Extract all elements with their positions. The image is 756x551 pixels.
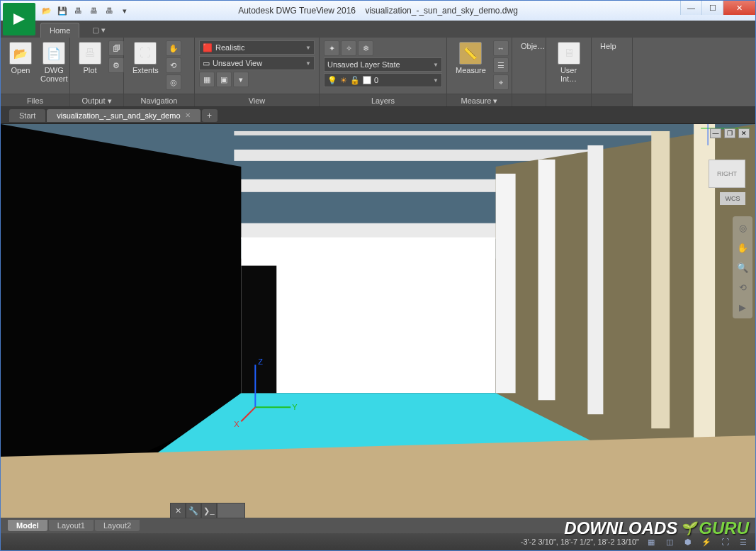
folder-open-icon: 📂 <box>9 42 32 65</box>
tab-overflow[interactable]: ▢ ▾ <box>85 23 113 38</box>
pan-hand-icon[interactable]: ✋ <box>735 240 750 255</box>
window-buttons: — ☐ ✕ <box>680 1 755 15</box>
viewport-config-icon[interactable]: ▣ <box>216 72 232 87</box>
layer-freeze-icon[interactable]: ❄ <box>358 40 373 56</box>
panel-label-ui <box>546 94 591 106</box>
ruler-icon: 📏 <box>459 42 482 65</box>
ribbon: 📂 Open 📄 DWG Convert Files 🖶 Plot 🗐 ⚙ <box>1 38 755 107</box>
steering-wheel-icon[interactable]: ◎ <box>735 221 750 235</box>
tab-model[interactable]: Model <box>8 520 47 531</box>
visual-style-icon: 🟥 <box>203 43 213 52</box>
cmd-settings-icon[interactable]: 🔧 <box>186 503 201 518</box>
command-input[interactable] <box>217 503 245 518</box>
viewport-3d[interactable]: Z Y X — ❐ ✕ RIGHT WCS ◎ ✋ 🔍 ⟲ ▶ <box>1 124 755 518</box>
svg-rect-15 <box>241 266 276 394</box>
leaf-icon: 🌱 <box>680 521 696 536</box>
measure-button[interactable]: 📏 Measure <box>451 40 490 76</box>
minimize-button[interactable]: — <box>680 1 701 15</box>
panel-help: Help <box>592 38 633 106</box>
viewport-window-controls: — ❐ ✕ <box>710 128 750 138</box>
batch-plot-icon[interactable]: 🗐 <box>108 40 124 56</box>
quick-access-toolbar: 📂 💾 🖶 🖶 🖶 ▾ <box>40 4 131 17</box>
zoom-icon[interactable]: 🔍 <box>735 260 750 274</box>
watermark: DOWNLOADS 🌱 GURU <box>564 518 749 538</box>
open-button[interactable]: 📂 Open <box>5 40 36 76</box>
distance-icon[interactable]: ↔ <box>493 40 509 56</box>
layer-state-dropdown[interactable]: Unsaved Layer State ▼ <box>324 57 442 72</box>
panel-label-navigation: Navigation <box>124 94 194 106</box>
qat-dropdown-icon[interactable]: ▾ <box>118 4 131 17</box>
svg-rect-9 <box>538 160 555 400</box>
cmd-close-icon[interactable]: ✕ <box>170 503 186 518</box>
close-tab-icon[interactable]: ✕ <box>185 111 191 119</box>
plot-preview-icon[interactable]: 🖶 <box>87 4 100 17</box>
svg-rect-10 <box>587 145 603 414</box>
vp-close-icon[interactable]: ✕ <box>738 128 750 138</box>
view-manager-icon[interactable]: ▦ <box>199 72 215 87</box>
panel-label-measure[interactable]: Measure ▾ <box>447 94 512 106</box>
dwg-convert-button[interactable]: 📄 DWG Convert <box>36 40 72 84</box>
save-icon[interactable]: 💾 <box>56 4 69 17</box>
dwg-convert-icon: 📄 <box>43 42 65 65</box>
steering-wheel-icon[interactable]: ◎ <box>166 74 181 90</box>
printer-icon: 🖶 <box>79 42 101 65</box>
visual-style-dropdown[interactable]: 🟥Realistic ▼ <box>199 40 315 55</box>
panel-ui: 🖥 User Int… <box>546 38 592 106</box>
new-tab-button[interactable]: + <box>202 109 218 122</box>
orbit-nav-icon[interactable]: ⟲ <box>735 280 750 294</box>
plot-button[interactable]: 🖶 Plot <box>74 40 106 76</box>
print-icon[interactable]: 🖶 <box>72 4 84 17</box>
panel-files: 📂 Open 📄 DWG Convert Files <box>1 38 70 106</box>
sun-icon: ☀ <box>340 76 347 85</box>
id-point-icon[interactable]: ⌖ <box>493 74 509 90</box>
chevron-down-icon: ▼ <box>305 45 311 51</box>
cmd-prompt-icon[interactable]: ❯_ <box>201 503 217 518</box>
close-button[interactable]: ✕ <box>723 1 755 15</box>
svg-text:Y: Y <box>292 403 298 411</box>
view-icon: ▭ <box>203 59 210 68</box>
coordinates-readout: -3'-2 3/10", 18'-7 1/2", 18'-2 13/10" <box>521 538 639 546</box>
publish-icon[interactable]: 🖶 <box>103 4 115 17</box>
panel-navigation: ⛶ Extents ✋ ⟲ ◎ Navigation <box>124 38 195 106</box>
help-button[interactable]: Help <box>596 40 621 52</box>
tab-start[interactable]: Start <box>9 109 45 122</box>
layer-state-icon[interactable]: ✦ <box>324 40 339 56</box>
vp-minimize-icon[interactable]: — <box>710 128 721 138</box>
wcs-indicator[interactable]: WCS <box>720 192 745 205</box>
named-view-dropdown[interactable]: ▭Unsaved View ▼ <box>199 56 315 70</box>
current-layer-dropdown[interactable]: 💡 ☀ 🔓 0 ▼ <box>324 73 442 87</box>
tab-layout2[interactable]: Layout2 <box>95 520 140 531</box>
scene-render: Z Y X <box>1 124 755 518</box>
layer-iso-icon[interactable]: ✧ <box>341 40 356 56</box>
svg-rect-1 <box>234 131 658 135</box>
open-icon[interactable]: 📂 <box>40 4 53 17</box>
tab-home[interactable]: Home <box>40 23 79 38</box>
extents-icon: ⛶ <box>134 42 157 65</box>
tab-layout1[interactable]: Layout1 <box>49 520 94 531</box>
user-interface-button[interactable]: 🖥 User Int… <box>551 40 587 84</box>
viewcube[interactable]: RIGHT <box>709 160 745 188</box>
app-window: 📂 💾 🖶 🖶 🖶 ▾ Autodesk DWG TrueView 2016 v… <box>0 0 756 551</box>
page-setup-icon[interactable]: ⚙ <box>108 57 124 73</box>
svg-rect-11 <box>651 131 670 428</box>
application-menu-button[interactable] <box>3 3 35 35</box>
document-tabs: Start visualization_-_sun_and_sky_demo ✕… <box>1 107 755 124</box>
extents-button[interactable]: ⛶ Extents <box>128 40 163 76</box>
orbit-icon[interactable]: ⟲ <box>166 57 181 73</box>
titlebar: 📂 💾 🖶 🖶 🖶 ▾ Autodesk DWG TrueView 2016 v… <box>1 1 755 21</box>
maximize-button[interactable]: ☐ <box>701 1 723 15</box>
showmotion-icon[interactable]: ▶ <box>735 300 750 314</box>
panel-label-obj <box>512 94 546 106</box>
object-button[interactable]: Obje… <box>517 40 549 52</box>
panel-label-output[interactable]: Output ▾ <box>70 94 123 106</box>
vp-restore-icon[interactable]: ❐ <box>724 128 735 138</box>
svg-text:Z: Z <box>258 357 263 366</box>
panel-label-files: Files <box>1 94 69 106</box>
list-icon[interactable]: ☰ <box>493 57 509 73</box>
panel-label-layers: Layers <box>320 94 446 106</box>
svg-rect-6 <box>241 238 495 394</box>
svg-rect-8 <box>496 174 516 393</box>
pan-icon[interactable]: ✋ <box>166 40 181 56</box>
view-tool-icon[interactable]: ▾ <box>233 72 249 87</box>
tab-document[interactable]: visualization_-_sun_and_sky_demo ✕ <box>47 109 200 122</box>
